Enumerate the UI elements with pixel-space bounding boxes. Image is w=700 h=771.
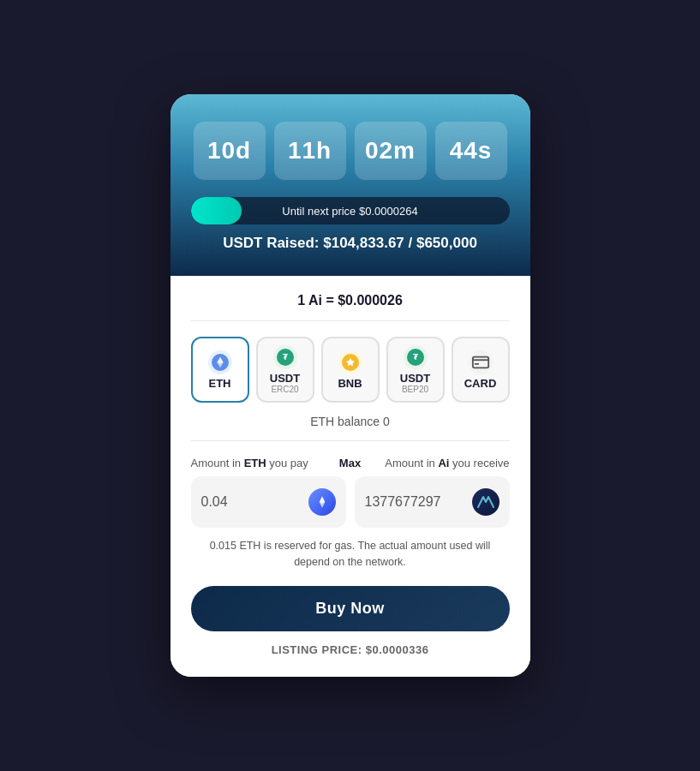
timer-hours: 11h xyxy=(274,122,346,180)
buy-now-button[interactable]: Buy Now xyxy=(191,586,510,631)
pay-label: Amount in ETH you pay xyxy=(191,457,327,469)
usdt-bep-tab-name: USDT xyxy=(400,373,430,384)
svg-text:₮: ₮ xyxy=(283,353,288,362)
max-button[interactable]: Max xyxy=(336,457,364,469)
listing-price: LISTING PRICE: $0.0000336 xyxy=(191,643,510,656)
timer-days: 10d xyxy=(194,122,266,180)
usdt-erc-tab-sub: ERC20 xyxy=(271,386,298,394)
progress-section: Until next price $0.0000264 xyxy=(191,197,510,224)
receive-label: Amount in Ai you receive xyxy=(373,457,509,469)
usdt-bep-currency-icon: ₮ xyxy=(404,345,428,369)
balance-text: ETH balance 0 xyxy=(191,415,510,441)
eth-tab-name: ETH xyxy=(209,378,231,389)
eth-currency-icon xyxy=(208,350,232,374)
timer-minutes: 02m xyxy=(355,122,427,180)
currency-tabs: ETH ₮ USDT ERC20 xyxy=(191,337,510,403)
timer-row: 10d 11h 02m 44s xyxy=(191,122,510,180)
pay-eth-icon xyxy=(308,488,336,516)
exchange-rate: 1 Ai = $0.000026 xyxy=(191,293,510,321)
progress-label: Until next price $0.0000264 xyxy=(191,205,510,218)
amount-row: Amount in ETH you pay Max Amount in Ai y… xyxy=(191,457,510,469)
pay-input-box[interactable]: 0.04 xyxy=(191,476,346,528)
amount-inputs: 0.04 1377677297 xyxy=(191,476,510,528)
currency-tab-card[interactable]: CARD xyxy=(452,337,510,403)
receive-ai-icon xyxy=(472,488,500,516)
body-section: 1 Ai = $0.000026 ETH ₮ xyxy=(171,276,530,677)
currency-tab-bnb[interactable]: BNB xyxy=(321,337,380,403)
card-tab-name: CARD xyxy=(464,378,497,389)
svg-text:₮: ₮ xyxy=(413,353,418,362)
card-currency-icon xyxy=(469,350,493,374)
gas-notice: 0.015 ETH is reserved for gas. The actua… xyxy=(191,538,510,571)
currency-tab-eth[interactable]: ETH xyxy=(191,337,249,403)
bnb-currency-icon xyxy=(338,350,362,374)
usdt-bep-tab-sub: BEP20 xyxy=(402,386,428,394)
progress-bar-wrapper: Until next price $0.0000264 xyxy=(191,197,510,224)
bnb-tab-name: BNB xyxy=(338,378,362,389)
raised-text: USDT Raised: $104,833.67 / $650,000 xyxy=(191,235,510,252)
receive-input-box[interactable]: 1377677297 xyxy=(355,476,510,528)
pay-value: 0.04 xyxy=(201,494,228,510)
timer-seconds: 44s xyxy=(435,122,507,180)
widget-container: 10d 11h 02m 44s Until next price $0.0000… xyxy=(171,94,530,677)
currency-tab-usdt-erc20[interactable]: ₮ USDT ERC20 xyxy=(256,337,314,403)
usdt-erc-tab-name: USDT xyxy=(270,373,300,384)
currency-tab-usdt-bep20[interactable]: ₮ USDT BEP20 xyxy=(386,337,445,403)
header-section: 10d 11h 02m 44s Until next price $0.0000… xyxy=(171,94,530,276)
receive-value: 1377677297 xyxy=(365,494,441,510)
svg-rect-9 xyxy=(472,357,488,368)
usdt-erc-currency-icon: ₮ xyxy=(273,345,297,369)
